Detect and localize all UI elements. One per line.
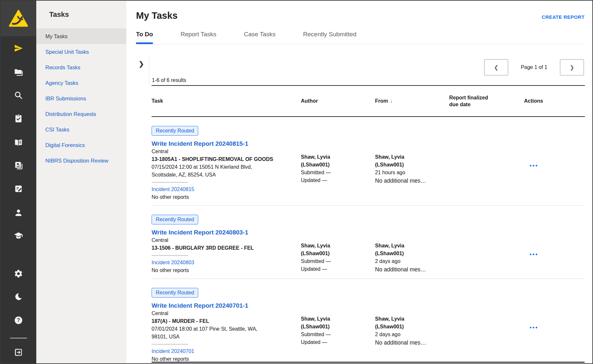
- table-header-row: Task Author From↓ Report finalized due d…: [152, 85, 585, 117]
- main-header: My Tasks CREATE REPORT: [136, 1, 585, 21]
- svg-text:?: ?: [17, 317, 20, 323]
- graduation-cap-icon[interactable]: [14, 231, 23, 241]
- task-occurrence-line: 98101, USA: [152, 333, 301, 340]
- open-book-icon[interactable]: [14, 138, 23, 148]
- table-row: Recently Routed Write Incident Report 20…: [152, 117, 585, 206]
- author-submitted: Submitted —: [301, 169, 370, 176]
- task-cell: Recently Routed Write Incident Report 20…: [152, 288, 301, 362]
- from-message: No additional mes…: [375, 266, 444, 273]
- author-updated: Updated —: [301, 176, 370, 184]
- task-title-link[interactable]: Write Incident Report 20240701-1: [152, 302, 301, 309]
- results-toolbar: ❯ 1-6 of 6 results ❮ Page 1 of 1 ❯: [136, 57, 585, 85]
- moon-icon[interactable]: [14, 292, 23, 301]
- actions-cell: [524, 126, 585, 200]
- document-stack-arrow-icon[interactable]: [14, 161, 23, 170]
- sidebar-item-nibrs-disposition-review[interactable]: NIBRS Disposition Review: [36, 153, 126, 168]
- create-report-button[interactable]: CREATE REPORT: [542, 14, 585, 21]
- incident-link[interactable]: Incident 20240815: [152, 186, 301, 193]
- sidebar-item-csi-tasks[interactable]: CSI Tasks: [36, 122, 126, 137]
- axon-delta-logo-icon: [8, 9, 29, 28]
- edit-note-icon[interactable]: [14, 184, 23, 194]
- task-divider: [152, 182, 188, 183]
- pagination: ❮ Page 1 of 1 ❯: [484, 59, 584, 75]
- previous-page-button[interactable]: ❮: [484, 59, 508, 75]
- rail-divider: [10, 338, 27, 338]
- from-message: No additional mes…: [375, 339, 444, 347]
- from-name: Shaw, Lyvia: [375, 315, 444, 323]
- from-time: 2 days ago: [375, 257, 444, 265]
- tab-case-tasks[interactable]: Case Tasks: [244, 31, 276, 44]
- author-name: Shaw, Lyvia: [301, 242, 370, 250]
- other-reports-label: No other reports: [152, 267, 301, 273]
- search-icon[interactable]: [14, 90, 23, 100]
- author-submitted: Submitted —: [301, 331, 370, 338]
- author-submitted: Submitted —: [301, 257, 370, 265]
- tasks-sidebar: Tasks My Tasks Special Unit Tasks Record…: [36, 1, 126, 363]
- axon-delta-logo[interactable]: [1, 1, 36, 36]
- more-actions-icon[interactable]: [530, 327, 540, 328]
- incident-link[interactable]: Incident 20240803: [152, 259, 301, 266]
- task-title-link[interactable]: Write Incident Report 20240815-1: [152, 140, 301, 147]
- from-cell: Shaw, Lyvia (LShaw001) 21 hours ago No a…: [375, 126, 449, 200]
- folders-icon[interactable]: [14, 67, 23, 77]
- clipboard-check-icon[interactable]: [14, 114, 23, 123]
- author-username: (LShaw001): [301, 161, 370, 169]
- sort-descending-icon: ↓: [390, 98, 393, 104]
- other-reports-label: No other reports: [152, 356, 301, 362]
- task-divider: [152, 344, 188, 345]
- viewport-bottom-divider: [152, 362, 585, 363]
- tab-to-do[interactable]: To Do: [136, 31, 153, 44]
- task-title-link[interactable]: Write Incident Report 20240803-1: [152, 229, 301, 236]
- task-unit: Central: [152, 310, 301, 317]
- author-updated: Updated —: [301, 338, 370, 346]
- sidebar-item-records-tasks[interactable]: Records Tasks: [36, 60, 126, 75]
- results-count: 1-6 of 6 results: [152, 77, 186, 83]
- more-actions-icon[interactable]: [530, 254, 540, 255]
- author-updated: Updated —: [301, 265, 370, 273]
- task-unit: Central: [152, 148, 301, 155]
- tabs-row: To Do Report Tasks Case Tasks Recently S…: [136, 31, 585, 44]
- sign-out-icon[interactable]: [14, 347, 23, 357]
- sidebar-item-special-unit-tasks[interactable]: Special Unit Tasks: [36, 44, 126, 60]
- person-icon[interactable]: [14, 208, 23, 218]
- task-offense: 13-1805A1 - SHOPLIFTING-REMOVAL OF GOODS: [152, 156, 301, 163]
- tab-report-tasks[interactable]: Report Tasks: [180, 31, 216, 44]
- icon-rail: ?: [1, 1, 36, 363]
- column-header-from[interactable]: From↓: [375, 98, 449, 104]
- sidebar-item-my-tasks[interactable]: My Tasks: [36, 28, 126, 44]
- status-badge: Recently Routed: [152, 288, 198, 298]
- sidebar-item-digital-forensics[interactable]: Digital Forensics: [36, 137, 126, 153]
- help-icon[interactable]: ?: [14, 315, 23, 325]
- task-offense: 187(A) - MURDER - FEL: [152, 318, 301, 325]
- task-cell: Recently Routed Write Incident Report 20…: [152, 126, 301, 200]
- sidebar-item-agency-tasks[interactable]: Agency Tasks: [36, 75, 126, 91]
- actions-cell: [524, 215, 585, 273]
- gear-icon[interactable]: [14, 269, 23, 279]
- from-username: (LShaw001): [375, 161, 444, 169]
- expand-filters-chevron-icon[interactable]: ❯: [136, 57, 149, 85]
- other-reports-label: No other reports: [152, 194, 301, 200]
- sidebar-title: Tasks: [36, 1, 126, 28]
- send-icon[interactable]: [14, 43, 23, 53]
- column-header-task: Task: [152, 98, 301, 104]
- task-occurrence-line: Scottsdale, AZ, 85254, USA: [152, 171, 301, 178]
- task-cell: Recently Routed Write Incident Report 20…: [152, 215, 301, 273]
- from-message: No additional mes…: [375, 177, 444, 185]
- table-row: Recently Routed Write Incident Report 20…: [152, 206, 585, 279]
- from-time: 2 days ago: [375, 331, 444, 338]
- app-window: ? Tasks My Tasks Special Unit Tasks Reco…: [0, 0, 593, 364]
- status-badge: Recently Routed: [152, 215, 198, 224]
- task-offense: 13-1506 - BURGLARY 3RD DEGREE - FEL: [152, 245, 301, 252]
- from-cell: Shaw, Lyvia (LShaw001) 2 days ago No add…: [375, 215, 449, 273]
- tab-recently-submitted[interactable]: Recently Submitted: [303, 31, 357, 44]
- sidebar-item-distribution-requests[interactable]: Distribution Requests: [36, 106, 126, 122]
- task-divider: [152, 255, 188, 256]
- author-name: Shaw, Lyvia: [301, 153, 370, 161]
- status-badge: Recently Routed: [152, 126, 198, 136]
- more-actions-icon[interactable]: [530, 165, 540, 166]
- toolbar-body: 1-6 of 6 results ❮ Page 1 of 1 ❯: [149, 57, 585, 85]
- next-page-button[interactable]: ❯: [560, 59, 584, 75]
- incident-link[interactable]: Incident 20240701: [152, 348, 301, 355]
- author-username: (LShaw001): [301, 250, 370, 257]
- sidebar-item-ibr-submissions[interactable]: IBR Submissions: [36, 91, 126, 106]
